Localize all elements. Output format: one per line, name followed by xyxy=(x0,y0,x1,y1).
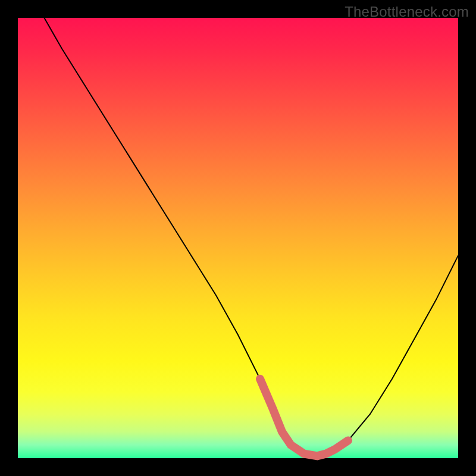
bottleneck-curve xyxy=(44,18,458,456)
trough-highlight xyxy=(260,379,348,456)
plot-area xyxy=(18,18,458,458)
chart-svg xyxy=(18,18,458,458)
chart-frame: TheBottleneck.com xyxy=(0,0,476,476)
